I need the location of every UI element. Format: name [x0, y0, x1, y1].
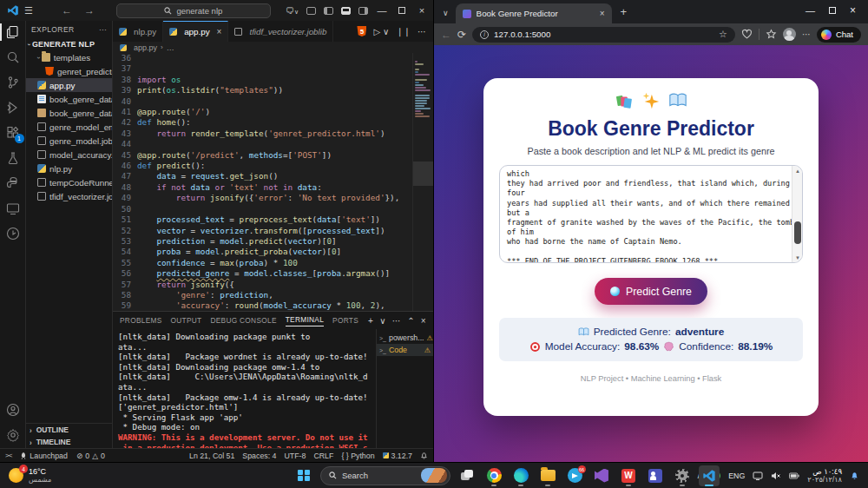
panel-tab-output[interactable]: OUTPUT — [171, 316, 202, 325]
tree-item-tfidf-vectorizer-job-[interactable]: tfidf_vectorizer.job... — [26, 189, 112, 203]
maximize-button[interactable] — [396, 5, 408, 16]
terminal-dropdown-icon[interactable]: ∨ — [379, 316, 386, 326]
browser-essentials-icon[interactable] — [741, 29, 753, 40]
start-button[interactable] — [293, 465, 314, 486]
indentation-status[interactable]: Spaces: 4 — [242, 452, 276, 460]
editor-tab-tfidf-vectorizer-joblib[interactable]: tfidf_vectorizer.joblib — [228, 21, 333, 42]
notifications-bell-icon[interactable] — [420, 452, 428, 459]
toggle-panel-icon[interactable] — [341, 7, 351, 15]
clock-widget[interactable]: ١٠:٤٩ ص ٢٠٢٥/١٢/١٨ — [807, 467, 842, 485]
visual-studio-button[interactable] — [591, 465, 612, 486]
textarea-scrollbar[interactable]: ▲ ▼ — [792, 166, 802, 262]
python-extension-icon[interactable] — [5, 175, 21, 191]
testing-icon[interactable] — [5, 150, 21, 166]
teams-app-button[interactable] — [645, 465, 666, 486]
tree-item-tempcoderunner-[interactable]: tempCodeRunner... — [26, 175, 112, 189]
tree-item-genre-model-ense-[interactable]: genre_model_ense... — [26, 120, 112, 134]
minimize-button[interactable]: — — [806, 5, 815, 16]
favorites-icon[interactable] — [766, 29, 777, 40]
python-interpreter[interactable]: 3.12.7 — [383, 452, 412, 460]
panel-more-icon[interactable]: ⋯ — [392, 316, 401, 326]
source-control-icon[interactable] — [5, 75, 21, 90]
html5-icon[interactable]: 5 — [357, 26, 366, 36]
minimize-button[interactable]: — — [376, 5, 388, 16]
command-center-search[interactable]: generate nlp — [116, 3, 271, 18]
site-info-icon[interactable]: i — [480, 30, 489, 39]
chrome-app-button[interactable] — [483, 465, 504, 486]
panel-tab-problems[interactable]: PROBLEMS — [120, 316, 162, 325]
code-editor[interactable]: 3637383940414243444546474849505152535455… — [113, 53, 433, 311]
launchpad-status[interactable]: Launchpad — [20, 452, 68, 460]
vscode-app-button[interactable] — [699, 465, 720, 486]
explorer-icon[interactable] — [5, 24, 21, 40]
panel-tab-ports[interactable]: PORTS — [332, 316, 358, 325]
notifications-icon[interactable] — [850, 471, 859, 480]
settings-app-button[interactable] — [672, 465, 693, 486]
copilot-chat-button[interactable]: Chat — [817, 27, 861, 43]
customize-layout-icon[interactable] — [306, 7, 316, 15]
new-terminal-icon[interactable]: + — [368, 316, 373, 326]
back-arrow-icon[interactable]: ← — [62, 4, 72, 16]
telegram-app-button[interactable]: 66 — [564, 465, 585, 486]
tree-item-genret-predictor-[interactable]: genret_predictor.... — [26, 64, 112, 78]
panel-tab-debug-console[interactable]: DEBUG CONSOLE — [210, 316, 276, 325]
edge-app-button[interactable] — [510, 465, 531, 486]
maximize-button[interactable] — [829, 7, 836, 14]
taskbar-search[interactable]: Search — [320, 466, 450, 485]
language-mode[interactable]: { } Python — [341, 452, 374, 460]
editor-tab-nlp-py[interactable]: nlp.py — [113, 21, 163, 42]
scroll-up-icon[interactable]: ▲ — [792, 166, 803, 175]
run-button[interactable]: ▷ ∨ — [373, 27, 389, 36]
scroll-down-icon[interactable]: ▼ — [792, 253, 803, 262]
close-button[interactable]: × — [416, 5, 428, 16]
language-indicator[interactable]: ENG — [728, 472, 745, 480]
tab-close-icon[interactable]: × — [217, 27, 222, 36]
remote-explorer-icon[interactable] — [5, 201, 21, 216]
tree-item-model-accuracy-jo-[interactable]: model_accuracy.jo... — [26, 148, 112, 162]
editor-tab-app-py[interactable]: app.py× — [163, 21, 228, 42]
task-view-button[interactable] — [457, 465, 477, 486]
minimap[interactable] — [412, 53, 433, 311]
close-panel-icon[interactable]: × — [421, 316, 426, 326]
remote-indicator[interactable]: >< — [5, 452, 11, 459]
network-icon[interactable] — [753, 471, 763, 481]
tree-item-nlp-py[interactable]: nlp.py — [26, 162, 112, 175]
breadcrumb[interactable]: app.py › … — [113, 42, 433, 53]
encoding-status[interactable]: UTF-8 — [284, 452, 306, 460]
tab-close-icon[interactable]: × — [600, 9, 605, 18]
minimap-slider[interactable] — [413, 162, 433, 186]
search-icon[interactable] — [5, 49, 21, 65]
tree-item-genre-model-joblib[interactable]: genre_model.joblib — [26, 134, 112, 148]
bookmark-star-icon[interactable]: ☆ — [719, 29, 727, 40]
tab-search-icon[interactable]: ∨ — [443, 9, 449, 17]
refresh-button[interactable]: ⟳ — [457, 29, 466, 41]
new-tab-button[interactable]: + — [621, 5, 628, 18]
explorer-more-icon[interactable]: ⋯ — [99, 25, 107, 34]
profile-avatar[interactable] — [783, 28, 796, 41]
account-icon[interactable] — [5, 402, 21, 418]
file-explorer-button[interactable] — [537, 465, 558, 486]
menu-icon[interactable]: ☰ — [24, 5, 33, 16]
terminal-output[interactable]: [nltk_data] Downloading package punkt to… — [113, 329, 376, 448]
volume-muted-icon[interactable] — [771, 471, 781, 481]
forward-arrow-icon[interactable]: → — [84, 4, 95, 16]
battery-icon[interactable] — [789, 471, 799, 481]
split-editor-icon[interactable]: ❘❘ — [396, 27, 411, 36]
browser-menu-icon[interactable]: ⋯ — [802, 30, 811, 39]
live-share-icon[interactable] — [5, 226, 21, 241]
toggle-secondary-sidebar-icon[interactable] — [358, 7, 368, 15]
copilot-chat-icon[interactable]: 🗨∨ — [286, 6, 299, 16]
outline-section[interactable]: ›OUTLINE — [26, 424, 112, 436]
tree-item-templates[interactable]: ›templates — [26, 50, 112, 64]
panel-tab-terminal[interactable]: TERMINAL — [286, 315, 324, 326]
back-button[interactable]: ← — [441, 29, 451, 41]
wps-app-button[interactable]: W — [618, 465, 639, 486]
extensions-icon[interactable]: 1 — [5, 125, 21, 141]
browser-tab[interactable]: Book Genre Predictor × — [456, 3, 612, 23]
terminal-entry-code[interactable]: >_Code⚠ — [377, 344, 433, 356]
toggle-sidebar-icon[interactable] — [324, 7, 333, 15]
maximize-panel-icon[interactable]: ⌃ — [407, 316, 415, 326]
close-button[interactable]: × — [850, 4, 856, 16]
predict-genre-button[interactable]: Predict Genre — [595, 278, 707, 305]
terminal-entry-powersh-[interactable]: >_powersh...⚠ — [377, 332, 433, 344]
